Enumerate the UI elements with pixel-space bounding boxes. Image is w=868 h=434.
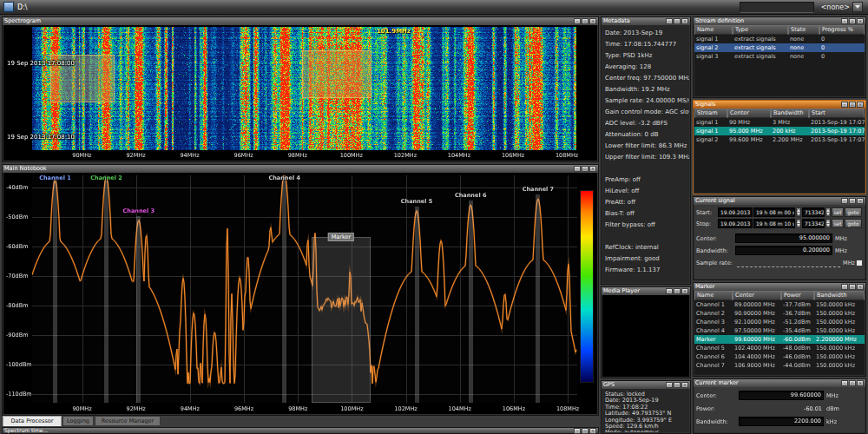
sample-rate-checkbox[interactable]	[856, 260, 863, 266]
table-row[interactable]: signal 299.600 MHz2.200 MHz2013-Sep-19 1…	[694, 135, 865, 144]
spectrum-time-panel-titlebar[interactable]: Spectrum time... –▫×	[2, 427, 599, 434]
profile-combobox[interactable]: <none>	[821, 2, 863, 12]
stream-definition-titlebar[interactable]: Stream definition –▫×	[694, 17, 865, 25]
close-icon[interactable]: ×	[589, 18, 596, 24]
table-row[interactable]: Marker99.60000 MHz-60.0dBm2.200000 MHz	[694, 335, 865, 344]
spectrogram-selection-box[interactable]	[302, 50, 372, 98]
table-row[interactable]: signal 1extract signalsnone0	[694, 35, 865, 43]
start-goto-button[interactable]: goto	[845, 207, 862, 217]
close-icon[interactable]: ×	[681, 18, 688, 24]
gps-titlebar[interactable]: GPS –▫×	[602, 381, 690, 389]
maximize-icon[interactable]: ▫	[849, 18, 856, 24]
current-marker-titlebar[interactable]: Current marker –▫×	[694, 379, 865, 387]
time-stepper[interactable]	[796, 207, 801, 217]
spectrogram-panel-titlebar[interactable]: Spectrogram –▫×	[3, 17, 598, 25]
fraction-stepper[interactable]	[825, 219, 831, 228]
maximize-icon[interactable]: ▫	[849, 102, 856, 108]
chevron-down-icon[interactable]	[852, 2, 863, 12]
maximize-icon[interactable]: ▫	[849, 284, 856, 290]
column-header[interactable]: Start	[809, 108, 865, 118]
close-icon[interactable]: ×	[589, 166, 596, 172]
minimize-icon[interactable]: –	[841, 284, 848, 290]
channel-marker-bar[interactable]	[415, 207, 419, 403]
table-row[interactable]: signal 2extract signalsnone0	[694, 43, 865, 52]
close-icon[interactable]: ×	[681, 288, 688, 294]
table-row[interactable]: signal 190 MHz3 MHz2013-Sep-19 17:07:54.…	[694, 118, 865, 127]
marker-bandwidth-field[interactable]: 2200.000	[739, 417, 824, 426]
start-time-field[interactable]: 19 h 08 m 00 s	[753, 207, 795, 217]
toolbar-field[interactable]	[740, 2, 814, 13]
close-icon[interactable]: ×	[681, 382, 688, 388]
center-frequency-field[interactable]: 95.000000	[735, 233, 832, 243]
minimize-icon[interactable]: –	[841, 102, 848, 108]
channel-marker-bar[interactable]	[53, 176, 57, 403]
main-notebook-titlebar[interactable]: Main Notebook –▫×	[3, 165, 598, 173]
minimize-icon[interactable]: –	[841, 198, 848, 204]
minimize-icon[interactable]: –	[841, 380, 848, 386]
close-icon[interactable]: ×	[857, 198, 864, 204]
media-player-screen[interactable]	[602, 295, 689, 377]
time-stepper[interactable]	[796, 219, 801, 228]
close-icon[interactable]: ×	[589, 428, 596, 434]
maximize-icon[interactable]: ▫	[674, 288, 681, 294]
table-row[interactable]: Channel 497.50000 MHz-35.4dBm150.0000 kH…	[694, 326, 865, 335]
tab-logging[interactable]: Logging	[62, 416, 94, 426]
column-header[interactable]: Type	[733, 25, 788, 35]
maximize-icon[interactable]: ▫	[849, 380, 856, 386]
channel-marker-bar[interactable]	[469, 201, 473, 403]
start-fraction-field[interactable]: 713342	[802, 207, 825, 217]
column-header[interactable]: Name	[694, 291, 733, 300]
close-icon[interactable]: ×	[857, 102, 864, 108]
table-row[interactable]: signal 195.000 MHz200 kHz2013-Sep-19 17:…	[694, 127, 865, 135]
table-row[interactable]: signal 3extract signalsnone0	[694, 52, 865, 61]
column-header[interactable]: Name	[694, 25, 733, 35]
maximize-icon[interactable]: ▫	[582, 166, 589, 172]
stop-date-field[interactable]: 19.09.2013	[718, 219, 753, 228]
minimize-icon[interactable]: –	[666, 288, 673, 294]
tab-resource-manager[interactable]: Resource Manager	[95, 416, 161, 426]
column-header[interactable]: Bandwidth	[814, 291, 865, 300]
table-row[interactable]: Channel 7106.9000 MHz-44.0dBm150.0000 kH…	[694, 361, 865, 370]
close-icon[interactable]: ×	[857, 18, 864, 24]
stop-time-field[interactable]: 19 h 08 m 10 s	[753, 219, 795, 228]
table-row[interactable]: Channel 5102.4000 MHz-48.0dBm150.0000 kH…	[694, 344, 865, 352]
maximize-icon[interactable]: ▫	[674, 382, 681, 388]
column-header[interactable]: Center	[733, 291, 781, 300]
media-player-titlebar[interactable]: Media Player –▫×	[602, 287, 690, 295]
minimize-icon[interactable]: –	[574, 428, 581, 434]
column-header[interactable]: Center	[727, 108, 771, 118]
column-header[interactable]: Progress %	[819, 25, 865, 35]
signals-titlebar[interactable]: Signals –▫×	[694, 101, 865, 108]
sample-rate-field[interactable]	[737, 258, 840, 267]
marker-center-field[interactable]: 99.600000	[739, 391, 824, 400]
close-icon[interactable]: ×	[857, 284, 864, 290]
start-set-button[interactable]: set	[832, 207, 844, 217]
maximize-icon[interactable]: ▫	[674, 18, 681, 24]
stop-goto-button[interactable]: goto	[845, 219, 862, 228]
marker-label-chip[interactable]: Marker	[328, 233, 354, 241]
close-icon[interactable]: ×	[857, 380, 864, 386]
start-date-field[interactable]: 19.09.2013	[718, 207, 753, 217]
channel-marker-bar[interactable]	[104, 175, 108, 403]
column-header[interactable]: Bandwidth	[771, 108, 809, 118]
stop-set-button[interactable]: set	[832, 219, 844, 228]
channel-marker-bar[interactable]	[282, 175, 286, 403]
table-row[interactable]: Channel 189.00000 MHz-37.7dBm150.0000 kH…	[694, 300, 865, 309]
stop-fraction-field[interactable]: 713342	[802, 219, 825, 228]
column-header[interactable]: Stream	[694, 108, 727, 118]
current-signal-titlebar[interactable]: Current signal –▫×	[694, 197, 865, 205]
minimize-icon[interactable]: –	[666, 382, 673, 388]
metadata-titlebar[interactable]: Metadata –▫×	[602, 17, 690, 25]
table-row[interactable]: Channel 392.10000 MHz-51.2dBm150.0000 kH…	[694, 318, 865, 326]
minimize-icon[interactable]: –	[666, 18, 673, 24]
maximize-icon[interactable]: ▫	[582, 428, 589, 434]
maximize-icon[interactable]: ▫	[582, 18, 589, 24]
minimize-icon[interactable]: –	[574, 166, 581, 172]
bandwidth-field[interactable]: 0.200000	[735, 246, 832, 255]
channel-marker-bar[interactable]	[136, 216, 141, 403]
maximize-icon[interactable]: ▫	[849, 198, 856, 204]
marker-titlebar[interactable]: Marker –▫×	[694, 283, 865, 291]
minimize-icon[interactable]: –	[841, 18, 848, 24]
table-row[interactable]: Channel 290.90000 MHz-36.7dBm150.0000 kH…	[694, 309, 865, 318]
column-header[interactable]: State	[788, 25, 819, 35]
